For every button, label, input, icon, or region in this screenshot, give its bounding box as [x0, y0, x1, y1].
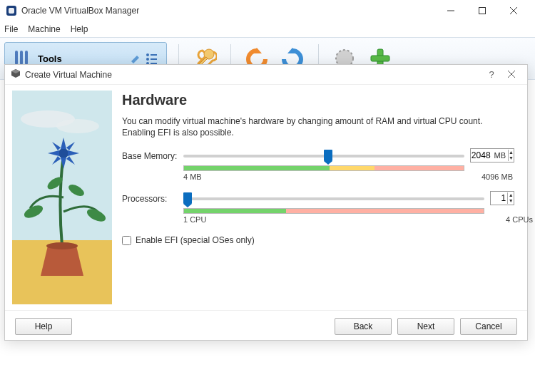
processors-value-field[interactable]: [491, 193, 507, 203]
efi-checkbox[interactable]: [122, 236, 131, 245]
svg-rect-3: [479, 8, 486, 14]
svg-rect-18: [371, 56, 389, 61]
dialog-content: Hardware You can modify virtual machine'…: [119, 85, 527, 310]
svg-point-9: [146, 53, 149, 56]
svg-rect-7: [20, 51, 23, 65]
memory-label: Base Memory:: [122, 150, 178, 161]
processors-range-labels: 1 CPU 4 CPUs: [183, 215, 533, 224]
svg-point-28: [46, 242, 78, 249]
help-button[interactable]: Help: [15, 318, 72, 335]
dialog-title: Create Virtual Machine: [25, 70, 482, 80]
list-mini-icon[interactable]: [145, 51, 159, 66]
processors-spinner[interactable]: ▲▼: [507, 192, 514, 204]
memory-spinner[interactable]: ▲▼: [508, 150, 514, 161]
svg-rect-12: [151, 58, 157, 60]
minimize-button[interactable]: [435, 0, 467, 21]
tools-mini-icons: [129, 51, 159, 66]
main-window-title: Oracle VM VirtualBox Manager: [21, 6, 435, 16]
memory-slider-thumb[interactable]: [324, 150, 332, 161]
wizard-illustration: [12, 91, 112, 304]
processors-slider[interactable]: [183, 192, 484, 204]
svg-rect-10: [151, 54, 157, 56]
maximize-button[interactable]: [467, 0, 498, 21]
memory-input[interactable]: MB ▲▼: [470, 148, 514, 163]
create-vm-dialog: Create Virtual Machine ?: [4, 64, 528, 341]
svg-point-27: [58, 148, 68, 158]
dialog-help-icon[interactable]: ?: [482, 69, 501, 80]
dialog-box-icon: [11, 68, 21, 81]
svg-point-11: [146, 58, 149, 61]
memory-unit: MB: [492, 151, 509, 160]
back-button[interactable]: Back: [335, 318, 392, 335]
wrench-mini-icon[interactable]: [129, 51, 143, 66]
cancel-button[interactable]: Cancel: [460, 318, 517, 335]
dialog-header: Create Virtual Machine ?: [5, 65, 527, 85]
memory-slider[interactable]: [183, 150, 464, 161]
memory-max-label: 4096 MB: [482, 172, 513, 181]
memory-min-label: 4 MB: [183, 172, 482, 181]
processors-row: Processors: ▲▼: [122, 191, 514, 205]
memory-value-field[interactable]: [471, 150, 492, 160]
menu-file[interactable]: File: [4, 24, 18, 34]
svg-point-22: [56, 119, 99, 133]
menubar: File Machine Help: [0, 21, 535, 37]
page-heading: Hardware: [122, 92, 514, 108]
processors-input[interactable]: ▲▼: [490, 191, 514, 205]
dialog-footer: Help Back Next Cancel: [5, 310, 527, 341]
processors-min-label: 1 CPU: [183, 215, 506, 224]
app-logo-icon: [6, 5, 17, 16]
main-titlebar: Oracle VM VirtualBox Manager: [0, 0, 535, 21]
memory-range-labels: 4 MB 4096 MB: [183, 172, 513, 181]
menu-help[interactable]: Help: [71, 24, 88, 34]
svg-rect-6: [15, 51, 18, 65]
svg-point-23: [22, 203, 44, 221]
processors-label: Processors:: [122, 192, 178, 204]
next-button[interactable]: Next: [397, 318, 454, 335]
efi-label: Enable EFI (special OSes only): [136, 235, 255, 245]
efi-checkbox-row[interactable]: Enable EFI (special OSes only): [122, 235, 514, 245]
svg-point-26: [67, 182, 86, 198]
dialog-close-icon[interactable]: [501, 69, 521, 80]
processors-slider-thumb[interactable]: [183, 192, 192, 204]
processors-range-indicator: [183, 208, 484, 214]
memory-range-indicator: [183, 165, 464, 171]
close-button[interactable]: [498, 0, 529, 21]
svg-rect-8: [25, 51, 28, 65]
svg-rect-1: [9, 8, 14, 14]
processors-max-label: 4 CPUs: [506, 215, 533, 224]
tools-label: Tools: [38, 53, 129, 64]
page-description: You can modify virtual machine's hardwar…: [122, 115, 514, 138]
menu-machine[interactable]: Machine: [28, 24, 60, 34]
memory-row: Base Memory: MB ▲▼: [122, 148, 514, 163]
